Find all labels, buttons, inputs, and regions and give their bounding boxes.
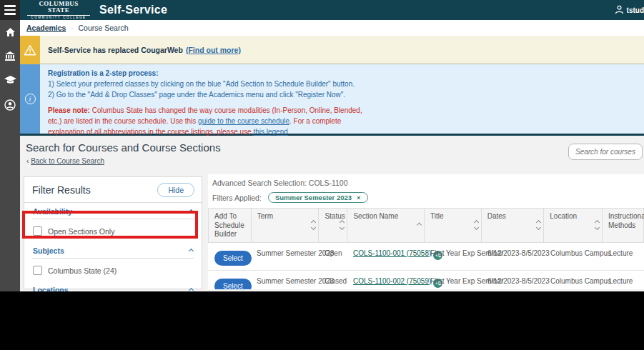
columbus-state-label: Columbus State (24): [48, 266, 117, 275]
advanced-search-selection: Advanced Search Selection: COLS-1100: [208, 174, 644, 187]
user-menu[interactable]: tstud: [615, 5, 644, 16]
cell-location: Columbus Campus: [545, 243, 603, 270]
warning-icon: [20, 36, 40, 64]
col-location[interactable]: Location: [544, 209, 603, 242]
select-button[interactable]: Select: [214, 251, 252, 266]
filter-results-panel: Filter Results Hide Availability Open Se…: [24, 176, 202, 289]
subjects-section-header[interactable]: Subjects: [32, 242, 194, 259]
breadcrumb-separator: ·: [71, 24, 73, 31]
table-header-row: Add To Schedule Builder Term Status Sect…: [208, 208, 644, 243]
breadcrumb-academics-link[interactable]: Academics: [26, 24, 66, 32]
sort-asc-icon: [417, 224, 421, 227]
modalities-note: Please note: Columbus State has changed …: [48, 105, 377, 138]
cell-location: Columbus Campus: [545, 271, 603, 290]
college-logo: COLUMBUS STATE COMMUNITY COLLEGE: [27, 1, 90, 20]
sort-icons: [537, 221, 540, 229]
filter-results-title: Filter Results: [32, 184, 91, 196]
course-schedule-guide-link[interactable]: guide to the course schedule: [198, 117, 289, 125]
col-title[interactable]: Title: [425, 209, 482, 242]
col-instructional-methods[interactable]: Instructional Methods: [603, 209, 643, 242]
remove-filter-icon[interactable]: ×: [357, 194, 361, 201]
availability-section-header[interactable]: Availability: [32, 203, 194, 219]
info-banner: i Registration is a 2-step process: 1) S…: [20, 64, 644, 136]
hamburger-menu-icon[interactable]: [0, 0, 20, 20]
sort-icons: [475, 221, 478, 229]
institution-icon[interactable]: [4, 51, 16, 61]
filter-section-availability: Availability Open Sections Only: [24, 203, 202, 242]
chevron-up-icon: [189, 209, 194, 214]
app-title: Self-Service: [99, 4, 167, 16]
hide-filters-button[interactable]: Hide: [157, 183, 194, 197]
cell-method: Lecture: [603, 271, 644, 290]
legend-link[interactable]: this legend: [253, 128, 287, 136]
col-term[interactable]: Term: [252, 209, 319, 242]
alert-text: Self-Service has replaced CougarWeb: [48, 46, 183, 54]
find-out-more-link[interactable]: (Find out more): [186, 46, 241, 54]
filter-section-subjects: Subjects Columbus State (24): [24, 242, 202, 281]
home-icon[interactable]: [5, 27, 16, 37]
registration-step2: 2) Go to the "Add & Drop Classes" page u…: [48, 89, 635, 100]
alert-banner: Self-Service has replaced CougarWeb (Fin…: [20, 36, 644, 64]
columbus-state-checkbox[interactable]: [33, 266, 42, 275]
filter-section-locations: Locations: [24, 281, 202, 291]
breadcrumb-current: Course Search: [78, 24, 128, 32]
course-search-input[interactable]: [568, 144, 643, 160]
col-add-to-schedule[interactable]: Add To Schedule Builder: [209, 209, 252, 242]
section-link[interactable]: COLS-1100-002 (75059): [353, 277, 431, 285]
sidebar: [0, 0, 20, 291]
top-header: COLUMBUS STATE COMMUNITY COLLEGE Self-Se…: [20, 0, 644, 20]
filters-applied-label: Filters Applied:: [212, 194, 262, 202]
logo-text: COLUMBUS STATE: [27, 1, 90, 16]
logo-subtext: COMMUNITY COLLEGE: [27, 16, 90, 20]
locations-section-header[interactable]: Locations: [32, 281, 194, 291]
cell-status: Closed: [319, 271, 347, 290]
sort-icons: [340, 221, 344, 229]
columbus-state-row: Columbus State (24): [32, 259, 194, 281]
table-row: Select Summer Semester 2023 Closed COLS-…: [208, 271, 644, 290]
cell-status: Open: [319, 243, 347, 270]
graduation-cap-icon[interactable]: [4, 76, 16, 85]
open-sections-only-label: Open Sections Only: [48, 227, 114, 236]
back-to-course-search-link[interactable]: ‹ Back to Course Search: [26, 157, 104, 165]
username-label: tstud: [627, 6, 644, 14]
select-button[interactable]: Select: [214, 279, 252, 290]
breadcrumb: Academics · Course Search: [20, 20, 644, 36]
registration-step1: 1) Select your preferred classes by clic…: [48, 79, 635, 89]
user-profile-icon[interactable]: [4, 99, 16, 111]
user-icon: [615, 5, 624, 16]
sort-icons: [595, 221, 599, 229]
col-dates[interactable]: Dates: [482, 209, 545, 242]
main-area: Search for Courses and Course Sections ‹…: [20, 136, 644, 289]
results-panel: Advanced Search Selection: COLS-1100 Fil…: [208, 174, 644, 289]
cell-dates: 6/12/2023-8/5/2023: [482, 243, 545, 270]
applied-filter-tag: Summer Semester 2023 ×: [268, 192, 368, 203]
page-title: Search for Courses and Course Sections: [26, 141, 221, 154]
app-window: COLUMBUS STATE COMMUNITY COLLEGE Self-Se…: [0, 0, 644, 350]
cell-method: Lecture: [603, 243, 644, 270]
col-section-name[interactable]: Section Name: [347, 209, 425, 242]
section-link[interactable]: COLS-1100-001 (75058): [353, 249, 431, 257]
cell-term: Summer Semester 2023: [251, 243, 319, 270]
page-content: Academics · Course Search Self-Service h…: [20, 20, 644, 291]
info-icon: i: [20, 64, 40, 134]
open-sections-only-checkbox[interactable]: [33, 226, 42, 236]
table-row: Select Summer Semester 2023 Open COLS-11…: [208, 243, 644, 271]
col-status[interactable]: Status: [319, 209, 347, 242]
registration-heading: Registration is a 2-step process:: [48, 68, 635, 79]
sort-icons: [312, 221, 315, 229]
cell-dates: 6/12/2023-8/5/2023: [482, 271, 545, 290]
chevron-up-icon: [189, 248, 194, 253]
chevron-up-icon: [189, 287, 194, 291]
cell-term: Summer Semester 2023: [251, 271, 319, 290]
open-sections-only-row: Open Sections Only: [32, 219, 194, 242]
cell-title: First Year Exp Seminar: [425, 271, 482, 290]
note-label: Please note:: [48, 106, 90, 114]
cell-title: First Year Exp Seminar: [425, 243, 482, 270]
